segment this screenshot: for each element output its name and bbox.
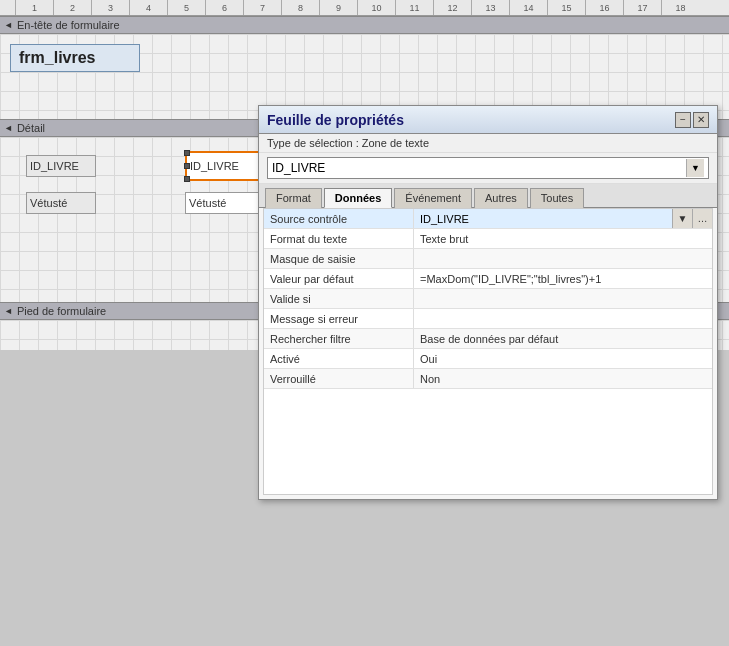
tab-toutes[interactable]: Toutes <box>530 188 584 208</box>
props-value-valeur-defaut: =MaxDom("ID_LIVRE";"tbl_livres")+1 <box>414 269 712 288</box>
ruler-mark: 1 <box>15 0 53 15</box>
ruler-mark: 8 <box>281 0 319 15</box>
props-source-build-btn[interactable]: … <box>692 209 712 228</box>
tab-donnees-label: Données <box>335 192 381 204</box>
detail-arrow-icon: ◄ <box>4 123 13 133</box>
props-title-buttons: − ✕ <box>675 112 709 128</box>
minimize-button[interactable]: − <box>675 112 691 128</box>
tab-format[interactable]: Format <box>265 188 322 208</box>
id-livre-control-text: ID_LIVRE <box>190 160 239 172</box>
props-value-masque-saisie <box>414 249 712 268</box>
tab-donnees[interactable]: Données <box>324 188 392 208</box>
resize-handle-bl <box>184 176 190 182</box>
ruler-mark: 5 <box>167 0 205 15</box>
id-livre-label-text: ID_LIVRE <box>30 160 79 172</box>
props-key-masque-saisie: Masque de saisie <box>264 249 414 268</box>
tab-format-label: Format <box>276 192 311 204</box>
props-row-rechercher-filtre[interactable]: Rechercher filtre Base de données par dé… <box>264 329 712 349</box>
props-source-dropdown-btn[interactable]: ▼ <box>672 209 692 228</box>
props-title: Feuille de propriétés <box>267 112 404 128</box>
props-value-verrouille: Non <box>414 369 712 388</box>
props-dropdown-row: ID_LIVRE ▼ <box>259 153 717 184</box>
props-row-masque-saisie[interactable]: Masque de saisie <box>264 249 712 269</box>
header-section-label: En-tête de formulaire <box>17 19 120 31</box>
props-dropdown-value: ID_LIVRE <box>272 161 325 175</box>
props-key-active: Activé <box>264 349 414 368</box>
header-arrow-icon: ◄ <box>4 20 13 30</box>
props-key-message-erreur: Message si erreur <box>264 309 414 328</box>
props-row-message-erreur[interactable]: Message si erreur <box>264 309 712 329</box>
ruler-marks: 1 2 3 4 5 6 7 8 9 10 11 12 13 14 15 16 1… <box>15 0 699 15</box>
tab-toutes-label: Toutes <box>541 192 573 204</box>
close-button[interactable]: ✕ <box>693 112 709 128</box>
ruler-mark: 18 <box>661 0 699 15</box>
form-title: frm_livres <box>19 49 96 66</box>
ruler-mark: 3 <box>91 0 129 15</box>
ruler-mark: 15 <box>547 0 585 15</box>
vetuste-label-text: Vétusté <box>30 197 67 209</box>
ruler: 1 2 3 4 5 6 7 8 9 10 11 12 13 14 15 16 1… <box>0 0 729 16</box>
props-value-valide-si <box>414 289 712 308</box>
props-value-rechercher-filtre: Base de données par défaut <box>414 329 712 348</box>
props-row-verrouille[interactable]: Verrouillé Non <box>264 369 712 389</box>
props-value-source-controle-container: ID_LIVRE ▼ … <box>414 209 712 228</box>
props-subtitle: Type de sélection : Zone de texte <box>259 134 717 153</box>
ruler-mark: 2 <box>53 0 91 15</box>
ruler-mark: 6 <box>205 0 243 15</box>
props-key-source-controle: Source contrôle <box>264 209 414 228</box>
props-row-active[interactable]: Activé Oui <box>264 349 712 369</box>
footer-arrow-icon: ◄ <box>4 306 13 316</box>
props-key-verrouille: Verrouillé <box>264 369 414 388</box>
props-row-valeur-defaut[interactable]: Valeur par défaut =MaxDom("ID_LIVRE";"tb… <box>264 269 712 289</box>
ruler-mark: 16 <box>585 0 623 15</box>
footer-section-label: Pied de formulaire <box>17 305 106 317</box>
id-livre-label: ID_LIVRE <box>26 155 96 177</box>
props-title-bar: Feuille de propriétés − ✕ <box>259 106 717 134</box>
dropdown-arrow-icon[interactable]: ▼ <box>686 159 704 177</box>
ruler-mark: 10 <box>357 0 395 15</box>
ruler-mark: 17 <box>623 0 661 15</box>
ruler-mark: 4 <box>129 0 167 15</box>
props-subtitle-text: Type de sélection : Zone de texte <box>267 137 429 149</box>
props-value-active: Oui <box>414 349 712 368</box>
ruler-mark: 11 <box>395 0 433 15</box>
vetuste-label: Vétusté <box>26 192 96 214</box>
ruler-mark: 14 <box>509 0 547 15</box>
props-row-valide-si[interactable]: Valide si <box>264 289 712 309</box>
tab-autres[interactable]: Autres <box>474 188 528 208</box>
props-tabs: Format Données Événement Autres Toutes <box>259 184 717 208</box>
props-key-valide-si: Valide si <box>264 289 414 308</box>
resize-handle-tl <box>184 150 190 156</box>
props-value-message-erreur <box>414 309 712 328</box>
ruler-mark: 7 <box>243 0 281 15</box>
props-key-format-texte: Format du texte <box>264 229 414 248</box>
props-item-dropdown[interactable]: ID_LIVRE ▼ <box>267 157 709 179</box>
ruler-mark: 13 <box>471 0 509 15</box>
props-row-source-controle[interactable]: Source contrôle ID_LIVRE ▼ … <box>264 209 712 229</box>
header-section-band: ◄ En-tête de formulaire <box>0 16 729 34</box>
props-row-format-texte[interactable]: Format du texte Texte brut <box>264 229 712 249</box>
props-value-format-texte: Texte brut <box>414 229 712 248</box>
properties-panel: Feuille de propriétés − ✕ Type de sélect… <box>258 105 718 500</box>
form-title-box[interactable]: frm_livres <box>10 44 140 72</box>
props-value-source-controle: ID_LIVRE <box>414 211 672 227</box>
ruler-mark: 9 <box>319 0 357 15</box>
detail-section-label: Détail <box>17 122 45 134</box>
props-key-valeur-defaut: Valeur par défaut <box>264 269 414 288</box>
tab-autres-label: Autres <box>485 192 517 204</box>
vetuste-control-text: Vétusté <box>189 197 226 209</box>
tab-evenement[interactable]: Événement <box>394 188 472 208</box>
tab-evenement-label: Événement <box>405 192 461 204</box>
props-key-rechercher-filtre: Rechercher filtre <box>264 329 414 348</box>
resize-handle-ml <box>184 163 190 169</box>
props-table: Source contrôle ID_LIVRE ▼ … Format du t… <box>263 208 713 495</box>
ruler-mark: 12 <box>433 0 471 15</box>
